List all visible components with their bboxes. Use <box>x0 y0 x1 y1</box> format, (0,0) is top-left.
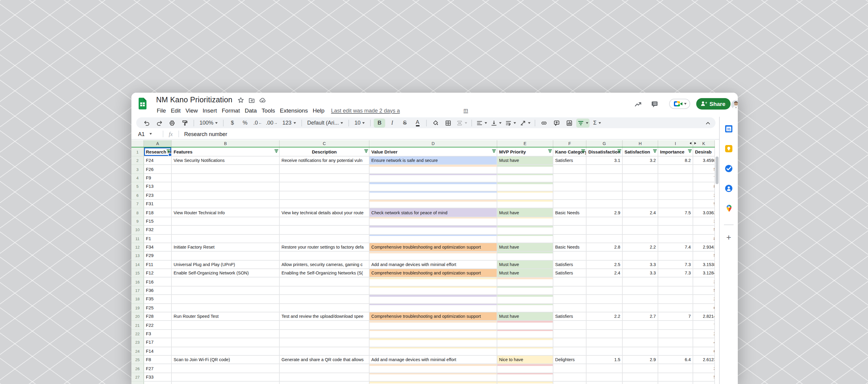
cell-B9[interactable] <box>172 217 280 226</box>
comment-icon[interactable] <box>651 101 658 108</box>
horizontal-align-icon[interactable] <box>475 118 488 127</box>
cell-B13[interactable] <box>172 252 280 260</box>
cell-F25[interactable]: Delighters <box>553 356 587 364</box>
cell-C27[interactable] <box>280 373 370 382</box>
cell-I11[interactable] <box>658 235 693 243</box>
cell-D24[interactable] <box>370 347 497 356</box>
filter-icon[interactable] <box>576 118 590 127</box>
cell-E25[interactable]: Nice to have <box>497 356 553 364</box>
last-edit-fragment[interactable]: m <box>464 107 468 113</box>
vertical-scrollbar[interactable] <box>715 140 719 384</box>
cell-K25[interactable]: 2.6123 <box>693 356 715 364</box>
cell-K23[interactable]: 4 <box>693 338 715 347</box>
cell-G22[interactable] <box>587 330 623 339</box>
cell-B16[interactable] <box>172 278 280 286</box>
row-header-26[interactable]: 26 <box>131 364 144 373</box>
cell-A8[interactable]: F18 <box>144 209 172 217</box>
cell-F3[interactable] <box>553 165 587 174</box>
cell-E10[interactable] <box>497 226 553 235</box>
merge-cells-icon[interactable] <box>455 118 468 127</box>
cell-D22[interactable] <box>370 330 497 339</box>
cell-F4[interactable] <box>553 174 587 183</box>
cell-A26[interactable]: F27 <box>144 364 172 373</box>
cell-E3[interactable] <box>497 165 553 174</box>
cell-A7[interactable]: F31 <box>144 200 172 209</box>
cell-B26[interactable] <box>172 364 280 373</box>
cell-D3[interactable] <box>370 165 497 174</box>
cell-C22[interactable] <box>280 330 370 339</box>
vertical-align-icon[interactable] <box>490 118 503 127</box>
cell-G18[interactable] <box>587 295 623 304</box>
column-header-K[interactable]: K <box>693 140 715 147</box>
cell-E16[interactable] <box>497 278 553 286</box>
cell-G28[interactable] <box>587 382 623 384</box>
row-header-3[interactable]: 3 <box>131 165 144 174</box>
cell-I14[interactable]: 7.3 <box>658 260 693 269</box>
account-avatar[interactable] <box>731 100 738 109</box>
cell-I15[interactable]: 7.3 <box>658 269 693 278</box>
cell-I7[interactable] <box>658 200 693 209</box>
cell-D2[interactable]: Ensure network is safe and secure <box>370 156 497 165</box>
row-header-9[interactable]: 9 <box>131 217 144 226</box>
text-rotation-icon[interactable] <box>518 118 532 127</box>
cell-E9[interactable] <box>497 217 553 226</box>
cell-K9[interactable]: 3 <box>693 217 715 226</box>
cell-G20[interactable]: 2.2 <box>587 312 623 321</box>
cell-H28[interactable] <box>623 382 658 384</box>
cloud-check-icon[interactable] <box>259 97 266 103</box>
filter-small-icon[interactable] <box>617 149 621 154</box>
currency-icon[interactable]: $ <box>227 118 238 127</box>
cell-H3[interactable] <box>623 165 658 174</box>
cell-A18[interactable]: F35 <box>144 295 172 304</box>
cell-H17[interactable] <box>623 286 658 295</box>
header-cell-C1[interactable]: Description <box>280 147 370 156</box>
cell-A15[interactable]: F12 <box>144 269 172 278</box>
cell-E22[interactable] <box>497 330 553 339</box>
cell-H15[interactable]: 3.3 <box>623 269 658 278</box>
cell-G27[interactable] <box>587 373 623 382</box>
row-header-12[interactable]: 12 <box>131 243 144 252</box>
move-folder-icon[interactable] <box>248 97 255 103</box>
cell-B8[interactable]: View Router Technical Info <box>172 209 280 217</box>
cell-K14[interactable]: 3.1538 <box>693 260 715 269</box>
cell-I21[interactable] <box>658 321 693 330</box>
row-header-20[interactable]: 20 <box>131 312 144 321</box>
cell-C28[interactable] <box>280 382 370 384</box>
cell-G12[interactable]: 2.8 <box>587 243 623 252</box>
undo-icon[interactable] <box>141 118 153 127</box>
cell-F8[interactable]: Basic Needs <box>553 209 587 217</box>
cell-B22[interactable] <box>172 330 280 339</box>
column-header-F[interactable]: F <box>553 140 587 147</box>
cell-C2[interactable]: Receive notifications for any potential … <box>280 156 370 165</box>
cell-K24[interactable]: 6 <box>693 347 715 356</box>
cell-F22[interactable] <box>553 330 587 339</box>
cell-E23[interactable] <box>497 338 553 347</box>
cell-B14[interactable]: Universal Plug and Play (UPnP) <box>172 260 280 269</box>
cell-B6[interactable] <box>172 191 280 200</box>
contacts-icon[interactable] <box>724 183 733 193</box>
cell-D17[interactable] <box>370 286 497 295</box>
document-title[interactable]: NM Kano Prioritization <box>156 96 232 104</box>
cell-B10[interactable] <box>172 226 280 235</box>
cell-D11[interactable] <box>370 235 497 243</box>
cell-C3[interactable] <box>280 165 370 174</box>
cell-H26[interactable] <box>623 364 658 373</box>
cell-I24[interactable] <box>658 347 693 356</box>
cell-H22[interactable] <box>623 330 658 339</box>
hidden-column-right-arrow[interactable] <box>694 142 696 144</box>
cell-F27[interactable] <box>553 373 587 382</box>
cell-C11[interactable] <box>280 235 370 243</box>
cell-G7[interactable] <box>587 200 623 209</box>
cell-I4[interactable] <box>658 174 693 183</box>
cell-A16[interactable]: F16 <box>144 278 172 286</box>
cell-F18[interactable] <box>553 295 587 304</box>
cell-D15[interactable]: Comprehensive troubleshooting and optimi… <box>370 269 497 278</box>
cell-K17[interactable]: 5 <box>693 286 715 295</box>
row-header-24[interactable]: 24 <box>131 347 144 356</box>
cell-K3[interactable]: 5 <box>693 165 715 174</box>
increase-decimal-icon[interactable]: .00→ <box>265 118 279 127</box>
bold-icon[interactable]: B <box>374 118 385 127</box>
cell-C14[interactable]: Allow printers, security cameras, gaming… <box>280 260 370 269</box>
row-header-22[interactable]: 22 <box>131 330 144 339</box>
cell-I23[interactable] <box>658 338 693 347</box>
